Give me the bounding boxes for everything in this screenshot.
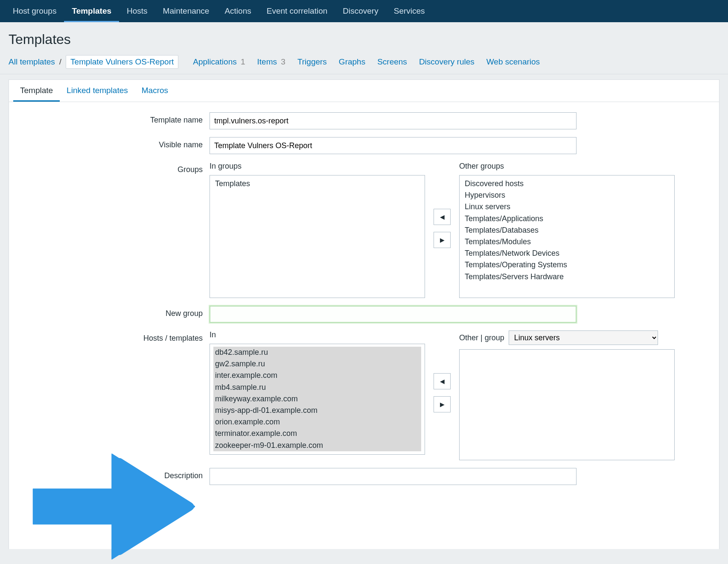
breadcrumb: All templates / Template Vulners OS-Repo… [0,55,728,74]
tab-macros[interactable]: Macros [135,80,175,102]
section-screens[interactable]: Screens [377,57,407,67]
description-label: Description [17,468,210,480]
list-item[interactable]: Templates/Network Devices [463,248,671,259]
triangle-left-icon: ◀ [440,378,445,385]
in-groups-heading: In groups [210,162,425,171]
nav-hosts[interactable]: Hosts [119,0,155,22]
breadcrumb-all-templates[interactable]: All templates [9,57,55,67]
list-item[interactable]: gw2.sample.ru [213,358,421,370]
hosts-in-heading: In [210,330,425,339]
other-groups-heading: Other groups [459,162,675,171]
triangle-left-icon: ◀ [440,213,445,220]
hosts-templates-label: Hosts / templates [17,330,210,343]
list-item[interactable]: Templates/Modules [463,236,671,248]
hosts-in-listbox[interactable]: db42.sample.ru gw2.sample.ru inter.examp… [210,344,425,455]
triangle-right-icon: ▶ [440,401,445,408]
list-item[interactable]: Templates [213,178,421,190]
list-item[interactable]: Discovered hosts [463,178,671,190]
section-discovery-rules[interactable]: Discovery rules [419,57,475,67]
section-items-label: Items [257,57,277,66]
template-panel: Template Linked templates Macros Templat… [9,79,719,549]
visible-name-label: Visible name [17,137,210,149]
list-item[interactable]: Linux servers [463,201,671,213]
hosts-other-listbox[interactable] [459,349,675,460]
visible-name-input[interactable] [210,137,577,154]
nav-templates[interactable]: Templates [64,0,119,22]
list-item[interactable]: inter.example.com [213,370,421,381]
nav-discovery[interactable]: Discovery [335,0,386,22]
list-item[interactable]: mb4.sample.ru [213,382,421,393]
list-item[interactable]: Hypervisors [463,190,671,201]
description-input[interactable] [210,468,577,485]
page-title: Templates [0,22,728,55]
hosts-move-right-button[interactable]: ▶ [434,396,451,412]
list-item[interactable]: db42.sample.ru [213,347,421,358]
template-name-label: Template name [17,112,210,125]
nav-maintenance[interactable]: Maintenance [155,0,217,22]
top-nav: Host groups Templates Hosts Maintenance … [0,0,728,22]
groups-label: Groups [17,162,210,174]
section-items-count: 3 [281,57,285,66]
template-form: Template name Visible name Groups In gro… [9,102,719,501]
nav-services[interactable]: Services [386,0,433,22]
hosts-other-heading: Other | group [459,333,504,342]
new-group-input[interactable] [210,306,577,323]
tab-linked-templates[interactable]: Linked templates [60,80,135,102]
nav-host-groups[interactable]: Host groups [5,0,64,22]
breadcrumb-current[interactable]: Template Vulners OS-Report [66,55,178,69]
hosts-group-select[interactable]: Linux servers [509,330,658,345]
section-web-scenarios[interactable]: Web scenarios [486,57,540,67]
list-item[interactable]: Templates/Operating Systems [463,259,671,271]
section-applications-label: Applications [193,57,236,66]
tab-template[interactable]: Template [13,80,60,102]
list-item[interactable]: milkeyway.example.com [213,393,421,405]
move-right-button[interactable]: ▶ [434,232,451,248]
list-item[interactable]: zookeeper-m9-01.example.com [213,440,421,451]
other-groups-listbox[interactable]: Discovered hosts Hypervisors Linux serve… [459,175,675,298]
list-item[interactable]: Templates/Databases [463,225,671,236]
section-graphs[interactable]: Graphs [339,57,365,67]
section-triggers[interactable]: Triggers [297,57,327,67]
panel-tabs: Template Linked templates Macros [9,80,719,102]
new-group-label: New group [17,306,210,318]
list-item[interactable]: Templates/Applications [463,213,671,225]
nav-event-correlation[interactable]: Event correlation [259,0,335,22]
breadcrumb-separator: / [59,57,61,67]
hosts-move-left-button[interactable]: ◀ [434,373,451,389]
template-name-input[interactable] [210,112,577,129]
section-applications-count: 1 [241,57,245,66]
triangle-right-icon: ▶ [440,237,445,243]
list-item[interactable]: Templates/Servers Hardware [463,271,671,283]
move-left-button[interactable]: ◀ [434,209,451,225]
nav-actions[interactable]: Actions [217,0,259,22]
section-items[interactable]: Items 3 [257,57,285,67]
list-item[interactable]: orion.example.com [213,416,421,428]
list-item[interactable]: terminator.example.com [213,428,421,439]
section-applications[interactable]: Applications 1 [193,57,245,67]
in-groups-listbox[interactable]: Templates [210,175,425,298]
list-item[interactable]: misys-app-dl-01.example.com [213,405,421,416]
